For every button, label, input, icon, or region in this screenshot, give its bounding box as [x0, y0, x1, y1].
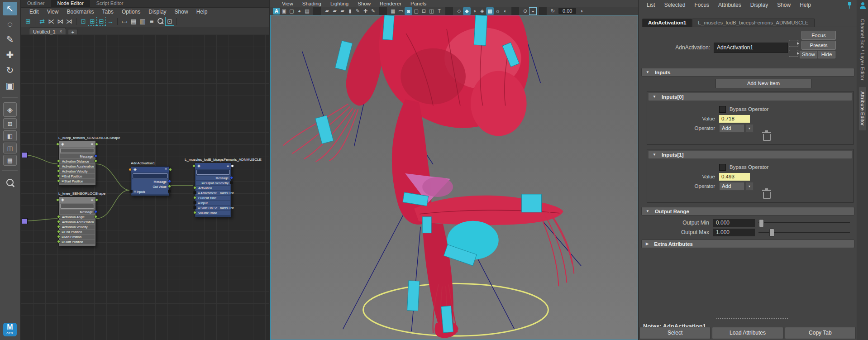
tab-node-editor[interactable]: Node Editor — [51, 0, 90, 7]
node-name-field[interactable] — [60, 148, 94, 153]
graph-selected-icon[interactable]: ⊡ — [79, 17, 88, 26]
node-attr-row[interactable]: ⊞ End Position — [60, 230, 95, 234]
input-port[interactable] — [57, 174, 60, 177]
input-port[interactable] — [193, 201, 196, 204]
input-port[interactable] — [129, 190, 133, 193]
collapsed-node[interactable] — [22, 218, 28, 224]
tab-muscle-node[interactable]: L_muscles_lodB_bicepsFemoris_ADNMUSCLE — [692, 19, 814, 27]
menu-bookmarks[interactable]: Bookmarks — [62, 9, 98, 15]
node-name-field[interactable] — [60, 204, 94, 209]
menu-selected[interactable]: Selected — [660, 2, 690, 8]
input-port[interactable] — [57, 240, 60, 243]
resolution-gate-icon[interactable]: ◙ — [405, 7, 412, 15]
grease-pencil-icon[interactable]: ✎ — [369, 7, 377, 15]
node-attr-row[interactable]: Activation — [196, 186, 230, 190]
node-attr-row[interactable]: Current Time — [196, 196, 230, 200]
load-attributes-button[interactable]: Load Attributes — [712, 327, 783, 339]
input-port[interactable] — [57, 230, 60, 233]
copy-tab-button[interactable]: Copy Tab — [785, 327, 856, 339]
node-attr-row[interactable]: Out Value — [132, 184, 168, 189]
safe-title-icon[interactable]: ◫ — [428, 7, 435, 15]
input-port[interactable] — [192, 164, 196, 168]
node-header[interactable]: ◈ ≡ — [195, 163, 231, 169]
dropdown-arrow-icon[interactable]: ▼ — [745, 124, 754, 133]
node-muscle[interactable]: L_muscles_lodB_bicepsFemoris_ADNMUSCLE ◈… — [195, 158, 262, 217]
menu-show[interactable]: Show — [171, 9, 192, 15]
output-connection-icon[interactable] — [789, 50, 798, 57]
input-port[interactable] — [57, 220, 60, 223]
operator-dropdown[interactable]: Add — [719, 124, 744, 133]
render-layers-icon[interactable]: ▤ — [303, 7, 311, 15]
menu-list[interactable]: List — [642, 2, 660, 8]
output-port[interactable] — [95, 198, 98, 201]
node-sensor-bicep[interactable]: L_bicep_femoris_SENSORLOCShape ◈ ≡ — [58, 136, 120, 186]
output-port[interactable] — [231, 164, 234, 168]
menu-shading[interactable]: Shading — [298, 1, 326, 6]
layout-single-pane-button[interactable]: ◈ — [3, 102, 17, 117]
select-button[interactable]: Select — [639, 327, 711, 339]
collapsed-node[interactable] — [22, 152, 28, 158]
menu-display[interactable]: Display — [144, 9, 170, 15]
output-max-field[interactable]: 1.000 — [713, 229, 755, 236]
wireframe-icon[interactable]: ◇ — [455, 7, 463, 15]
output-port[interactable] — [94, 159, 97, 163]
layout-four-pane-button[interactable]: ⊞ — [3, 118, 17, 129]
3d-view[interactable] — [270, 15, 638, 340]
add-new-item-button[interactable]: Add New Item — [715, 79, 811, 88]
checker-icon[interactable]: ▩ — [486, 7, 494, 15]
move-tool[interactable]: ✚ — [3, 48, 17, 62]
input-port[interactable] — [57, 215, 60, 218]
node-name-field[interactable] — [133, 173, 168, 178]
bypass-checkbox[interactable] — [719, 106, 726, 113]
exposure-field[interactable]: 0.00 — [558, 8, 576, 14]
tab-adnactivation1[interactable]: AdnActivation1 — [642, 19, 692, 27]
node-graph[interactable]: L_bicep_femoris_SENSORLOCShape ◈ ≡ — [21, 34, 269, 340]
node-attr-row[interactable]: Activation Acceleration — [60, 164, 95, 168]
menu-attributes[interactable]: Attributes — [714, 2, 746, 8]
operator-dropdown[interactable]: Add — [719, 182, 744, 191]
input-port[interactable] — [57, 225, 60, 228]
output-port[interactable] — [169, 168, 172, 171]
menu-view[interactable]: View — [277, 1, 298, 6]
slider-handle[interactable] — [769, 229, 774, 237]
output-min-slider[interactable] — [758, 219, 850, 226]
menu-help[interactable]: Help — [795, 2, 816, 8]
node-attr-row[interactable]: ⊞ Attachment ...raints List — [196, 191, 230, 195]
menu-edit[interactable]: Edit — [25, 9, 43, 15]
select-tool[interactable]: ↖ — [3, 2, 17, 15]
lasso-select-tool[interactable]: ◌ — [3, 17, 17, 31]
slider-handle[interactable] — [759, 219, 764, 227]
display-no-attributes-icon[interactable]: ▭ — [120, 17, 129, 26]
node-attr-row[interactable]: ⊞ Start Position — [60, 179, 95, 183]
close-icon[interactable]: × — [60, 29, 62, 34]
layout-outliner-pane-button[interactable]: ◫ — [3, 143, 17, 153]
layout-hypergraph-pane-button[interactable]: ▤ — [3, 155, 17, 166]
bounding-box-icon[interactable]: ◑ — [471, 7, 478, 15]
auto-layout-icon[interactable]: → — [106, 17, 115, 26]
input-port[interactable] — [193, 186, 196, 189]
node-attr-row[interactable]: Message — [60, 210, 95, 214]
node-attr-row[interactable]: Message — [196, 176, 230, 180]
input-port[interactable] — [57, 164, 60, 168]
user-icon[interactable] — [859, 2, 866, 9]
scale-tool[interactable]: ▣ — [3, 79, 17, 92]
node-attr-row[interactable]: Message — [132, 179, 168, 184]
bookmark-icon[interactable]: ▮ — [346, 7, 354, 15]
menu-options[interactable]: Options — [118, 9, 144, 15]
node-attr-row[interactable]: Activation Angle — [60, 215, 95, 219]
layout-split-pane-button[interactable]: ◧ — [3, 130, 17, 141]
input-port[interactable] — [57, 169, 60, 172]
group-header[interactable]: ▼ Inputs[1] — [648, 150, 852, 159]
menu-lighting[interactable]: Lighting — [326, 1, 353, 6]
value-field[interactable]: 0.493 — [719, 173, 750, 181]
menu-show[interactable]: Show — [773, 2, 795, 8]
lights-icon[interactable]: ☼ — [494, 7, 501, 15]
shadows-icon[interactable]: ◐ — [501, 7, 509, 15]
node-attr-row[interactable]: Message — [60, 154, 95, 158]
display-connected-attributes-icon[interactable]: ▤ — [129, 17, 138, 26]
output-port[interactable] — [230, 176, 233, 179]
node-attr-row[interactable]: ⊞ Output Geometry — [196, 181, 230, 185]
gate-mask-icon[interactable]: ▢ — [412, 7, 420, 15]
pin-icon[interactable] — [847, 2, 852, 9]
paint-select-tool[interactable]: ✎ — [3, 33, 17, 46]
